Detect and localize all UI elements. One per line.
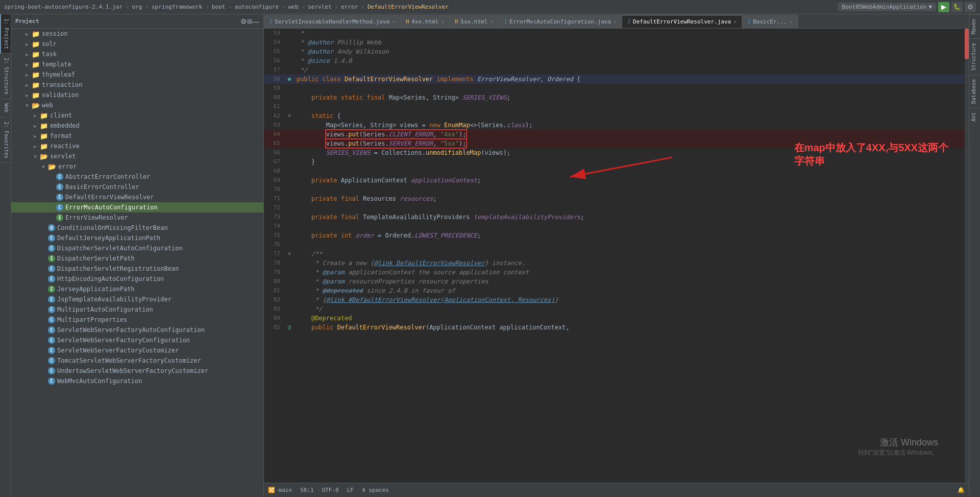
line-num-59: 59 [264,84,284,93]
tab-close-errormvcauto[interactable]: ✕ [614,19,617,25]
scrollbar-thumb[interactable] [965,29,969,59]
line-content-77: /** [295,249,969,258]
sidebar-collapse[interactable]: — [252,17,259,26]
ant-tab[interactable]: Ant [969,108,980,126]
tab-close-defaulterrorviewresolver[interactable]: ✕ [733,19,737,25]
folder-format[interactable]: 📁 format [11,131,263,141]
folder-embedded[interactable]: 📁 embedded [11,121,263,131]
maven-tab[interactable]: Maven [969,14,980,38]
gutter-79 [284,268,295,277]
folder-validation[interactable]: 📁 validation [11,90,263,100]
arrow-conditionalonmissing [40,224,47,231]
code-line-76: 76 [264,240,969,249]
breadcrumb-jar[interactable]: spring-boot-autoconfigure-2.4.1.jar [4,4,122,10]
code-line-85: 85 @ public DefaultErrorViewResolver(App… [264,323,969,332]
tab-close-servletinvocable[interactable]: ✕ [392,19,395,25]
breadcrumb-org[interactable]: org [132,4,142,10]
sidebar-settings[interactable]: ⚙ [240,17,247,26]
project-tab[interactable]: 1: Project [0,14,11,54]
structure-right-tab[interactable]: Structure [969,38,980,75]
tab-servletinvocable[interactable]: J ServletInvocableHandlerMethod.java ✕ [264,15,401,28]
build-button[interactable]: ⚙ [965,2,976,12]
code-line-63: 63 Map<Series, String> views = new EnumM… [264,121,969,130]
file-webmvcauto[interactable]: C WebMvcAutoConfiguration [11,376,263,386]
breadcrumb-error[interactable]: error [341,4,358,10]
tab-defaulterrorviewresolver[interactable]: J DefaultErrorViewResolver.java ✕ [622,15,742,28]
file-label-dispatcherservletpath: DispatcherServletPath [57,255,135,262]
gutter-68 [284,167,295,176]
file-icon-httpencoding: C [48,275,55,282]
file-defaulterrorviewresolver[interactable]: C DefaultErrorViewResolver [11,192,263,202]
arrow-defaultjersey [40,234,47,242]
file-dispatcherservletpath[interactable]: I DispatcherServletPath [11,253,263,264]
gutter-77: ▼ [284,249,295,258]
web-tab[interactable]: Web [0,99,11,117]
file-dispatcherservletauto[interactable]: C DispatcherServletAutoConfiguration [11,243,263,253]
folder-servlet[interactable]: 📂 servlet [11,151,263,161]
breadcrumb-servlet[interactable]: servlet [308,4,331,10]
breadcrumb-boot[interactable]: boot [212,4,226,10]
favorites-tab[interactable]: 2: Favorites [0,117,11,163]
database-tab[interactable]: Database [969,75,980,108]
tab-errormvcauto[interactable]: J ErrorMvcAutoConfiguration.java ✕ [499,15,622,28]
sidebar-layout[interactable]: ⊞ [247,18,252,25]
tab-close-basicer[interactable]: ✕ [789,19,792,25]
arrow-abstracterror [48,173,55,180]
file-servletwebserverauto[interactable]: C ServletWebServerFactoryAutoConfigurati… [11,325,263,335]
folder-icon-solr: 📁 [32,40,40,48]
folder-web[interactable]: 📂 web [11,100,263,110]
file-undertowcust[interactable]: C UndertowServletWebServerFactoryCustomi… [11,366,263,376]
line-num-74: 74 [264,222,284,231]
line-content-84: @Deprecated [295,314,969,323]
folder-solr[interactable]: 📁 solr [11,39,263,49]
breadcrumb-autoconfigure[interactable]: autoconfigure [235,4,279,10]
file-httpencoding[interactable]: C HttpEncodingAutoConfiguration [11,274,263,284]
tab-5xx[interactable]: H 5xx.html ✕ [450,15,499,28]
tab-close-5xx[interactable]: ✕ [490,19,493,25]
folder-thymeleaf[interactable]: 📁 thymeleaf [11,69,263,80]
arrow-httpencoding [40,275,47,282]
breadcrumb-springframework[interactable]: springframework [152,4,202,10]
line-content-60: private static final Map<Series, String>… [295,93,969,102]
file-defaultjersey[interactable]: C DefaultJerseyApplicationPath [11,233,263,243]
file-dispatcherservletreg[interactable]: C DispatcherServletRegistrationBean [11,264,263,274]
file-errorviewresolver[interactable]: I ErrorViewResolver [11,212,263,223]
file-jsptemplate[interactable]: C JspTemplateAvailabilityProvider [11,294,263,304]
file-abstracterrorcontroller[interactable]: C AbstractErrorController [11,172,263,182]
folder-error[interactable]: 📂 error [11,161,263,172]
file-jerseyapp[interactable]: I JerseyApplicationPath [11,284,263,294]
structure-tab[interactable]: 2: Structure [0,54,11,99]
debug-button[interactable]: 🐛 [951,2,963,12]
arrow-servletwebservercust [40,347,47,354]
breadcrumb-web[interactable]: web [288,4,299,10]
file-conditionalonmissing[interactable]: @ ConditionalOnMissingFilterBean [11,223,263,233]
file-multipartauto[interactable]: C MultipartAutoConfiguration [11,304,263,315]
line-num-62: 62 [264,111,284,121]
folder-reactive[interactable]: 📁 reactive [11,141,263,151]
breadcrumb-class[interactable]: DefaultErrorViewResolver [368,4,449,10]
file-servletwebservercfg[interactable]: C ServletWebServerFactoryConfiguration [11,335,263,345]
folder-transaction[interactable]: 📁 transaction [11,80,263,90]
folder-template[interactable]: 📁 template [11,59,263,69]
code-line-69: 69 private ApplicationContext applicatio… [264,176,969,185]
code-line-75: 75 private int order = Ordered.LOWEST_PR… [264,231,969,240]
file-servletwebservercust[interactable]: C ServletWebServerFactoryCustomizer [11,345,263,356]
gutter-67 [284,157,295,167]
gutter-78 [284,258,295,268]
file-errormvcauto[interactable]: C ErrorMvcAutoConfiguration [11,202,263,212]
code-line-79: 79 * @param applicationContext the sourc… [264,268,969,277]
tab-close-4xx[interactable]: ✕ [441,19,444,25]
folder-session[interactable]: 📁 session [11,29,263,39]
tab-basicer[interactable]: J BasicEr... ✕ [742,15,798,28]
tab-4xx[interactable]: H 4xx.html ✕ [401,15,450,28]
app-selector[interactable]: Boot05WebAdminApplication ▼ [838,3,936,11]
folder-task[interactable]: 📁 task [11,49,263,59]
file-multipartprops[interactable]: C MultipartProperties [11,315,263,325]
code-editor[interactable]: 在map中放入了4XX,与5XX这两个字符串 53 * [264,29,969,483]
file-basicerrorcontroller[interactable]: C BasicErrorController [11,182,263,192]
file-tomcatcust[interactable]: C TomcatServletWebServerFactoryCustomize… [11,356,263,366]
run-button[interactable]: ▶ [938,2,949,12]
file-icon-conditionalonmissing: @ [48,224,55,231]
folder-client[interactable]: 📁 client [11,110,263,121]
activate-windows-text: 激活 Windows [858,436,938,448]
